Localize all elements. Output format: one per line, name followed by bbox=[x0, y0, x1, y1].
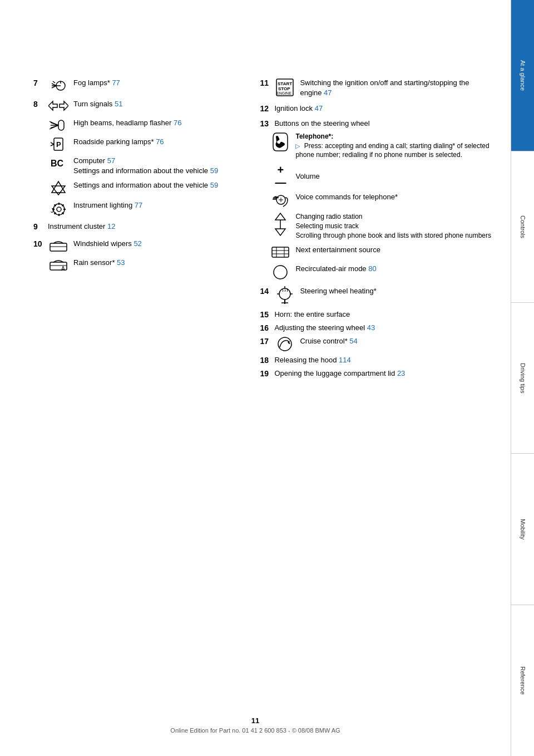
windshield-wipers-icon bbox=[48, 239, 69, 253]
sidebar-item-reference[interactable]: Reference bbox=[511, 605, 534, 756]
item-19-num: 19 bbox=[260, 369, 271, 378]
svg-marker-46 bbox=[275, 229, 285, 235]
right-column: 11 START STOP ENGINE Switching the ignit… bbox=[254, 78, 494, 384]
item-12-text: Ignition lock 47 bbox=[274, 104, 494, 114]
volume-text: Volume bbox=[295, 171, 494, 181]
rain-sensor-text: Rain sensor* 53 bbox=[73, 258, 243, 268]
windshield-wipers-text: Windshield wipers 52 bbox=[73, 239, 243, 249]
item-10-num: 10 bbox=[33, 239, 44, 248]
item-18-row: 18 Releasing the hood 114 bbox=[260, 355, 494, 365]
two-col-layout: 7 Fog lam bbox=[33, 78, 494, 384]
sidebar: At a glance Controls Driving tips Mobili… bbox=[511, 0, 534, 756]
item-9-row: 9 Instrument cluster 12 bbox=[33, 222, 243, 232]
rain-sensor-icon: A bbox=[48, 258, 69, 272]
svg-rect-33 bbox=[50, 243, 67, 251]
item-11-row: 11 START STOP ENGINE Switching the ignit… bbox=[260, 78, 494, 98]
telephone-icon bbox=[270, 132, 291, 152]
page-footer: 11 Online Edition for Part no. 01 41 2 6… bbox=[0, 716, 511, 734]
page-number: 11 bbox=[0, 716, 511, 725]
item-7-row: 7 Fog lam bbox=[33, 78, 243, 94]
svg-marker-8 bbox=[60, 101, 68, 110]
item-8-text: Turn signals 51 bbox=[73, 99, 243, 109]
item-15-text: Horn: the entire surface bbox=[274, 310, 494, 320]
item-8-num: 8 bbox=[33, 100, 44, 109]
radio-station-text: Changing radio stationSelecting music tr… bbox=[295, 212, 494, 240]
item-19-row: 19 Opening the luggage compartment lid 2… bbox=[260, 369, 494, 379]
item-15-row: 15 Horn: the entire surface bbox=[260, 310, 494, 320]
press-arrow-icon: ▷ bbox=[295, 143, 300, 149]
rain-sensor-row: A Rain sensor* 53 bbox=[48, 258, 243, 272]
instrument-lighting-row: J Instrument lighting 77 bbox=[48, 200, 243, 217]
recirculated-air-text: Recirculated-air mode 80 bbox=[295, 264, 494, 274]
item-9-num: 9 bbox=[33, 222, 44, 231]
parking-lamps-text: Roadside parking lamps* 76 bbox=[73, 137, 243, 147]
next-entertainment-row: Next entertainment source bbox=[270, 245, 494, 259]
svg-point-54 bbox=[279, 288, 290, 300]
recirculated-air-icon bbox=[270, 264, 291, 281]
voice-commands-icon bbox=[270, 192, 291, 208]
settings-triangle-icon bbox=[48, 180, 69, 196]
instrument-lighting-icon: J bbox=[48, 200, 69, 217]
sidebar-item-at-a-glance[interactable]: At a glance bbox=[511, 0, 534, 151]
item-14-text: Steering wheel heating* bbox=[300, 286, 494, 296]
item-14-row: 14 bbox=[260, 286, 494, 304]
svg-text:START: START bbox=[278, 81, 292, 86]
item-13-text: Buttons on the steering wheel bbox=[274, 119, 494, 129]
svg-line-13 bbox=[50, 121, 58, 125]
item-16-text: Adjusting the steering wheel 43 bbox=[274, 323, 494, 333]
svg-text:BC: BC bbox=[51, 159, 64, 168]
item-15-num: 15 bbox=[260, 310, 271, 319]
item-12-num: 12 bbox=[260, 104, 271, 113]
item-13-num: 13 bbox=[260, 119, 271, 128]
svg-text:STOP: STOP bbox=[278, 86, 290, 91]
turn-signals-icon bbox=[48, 99, 69, 112]
computer-bc-icon: BC bbox=[48, 156, 69, 170]
item-18-text: Releasing the hood 114 bbox=[274, 355, 494, 365]
item-18-num: 18 bbox=[260, 356, 271, 365]
instrument-lighting-text: Instrument lighting 77 bbox=[73, 200, 243, 210]
next-entertainment-icon bbox=[270, 245, 291, 259]
svg-rect-9 bbox=[58, 120, 64, 130]
parking-lamps-row: P Roadside parking lamps* 76 bbox=[48, 137, 243, 151]
telephone-text: Telephone*: ▷ Press: accepting and endin… bbox=[295, 132, 494, 160]
radio-station-row: Changing radio stationSelecting music tr… bbox=[270, 212, 494, 240]
sidebar-item-controls[interactable]: Controls bbox=[511, 151, 534, 303]
sidebar-item-driving-tips[interactable]: Driving tips bbox=[511, 303, 534, 454]
item-13-subitems: Telephone*: ▷ Press: accepting and endin… bbox=[270, 132, 494, 281]
item-17-text: Cruise control* 54 bbox=[300, 336, 494, 346]
voice-commands-row: Voice commands for telephone* bbox=[270, 192, 494, 208]
svg-marker-45 bbox=[275, 213, 285, 220]
svg-line-17 bbox=[51, 143, 54, 144]
footer-text: Online Edition for Part no. 01 41 2 600 … bbox=[0, 727, 511, 734]
settings-text: Settings and information about the vehic… bbox=[73, 180, 243, 190]
svg-line-18 bbox=[51, 144, 54, 146]
radio-station-icon bbox=[270, 212, 291, 237]
settings-row: Settings and information about the vehic… bbox=[48, 180, 243, 196]
item-7-text: Fog lamps* 77 bbox=[73, 78, 243, 88]
item-16-num: 16 bbox=[260, 323, 271, 332]
item-17-row: 17 Cruise control* 54 bbox=[260, 336, 494, 352]
parking-lamps-icon: P bbox=[48, 137, 69, 151]
svg-marker-21 bbox=[52, 186, 65, 195]
sidebar-item-mobility[interactable]: Mobility bbox=[511, 454, 534, 605]
high-beams-text: High beams, headlamp flasher 76 bbox=[73, 118, 243, 128]
item-16-row: 16 Adjusting the steering wheel 43 bbox=[260, 323, 494, 333]
volume-row: + — Volume bbox=[270, 164, 494, 189]
next-entertainment-text: Next entertainment source bbox=[295, 245, 494, 255]
svg-marker-7 bbox=[48, 101, 57, 110]
start-stop-engine-icon: START STOP ENGINE bbox=[274, 78, 295, 97]
recirculated-air-row: Recirculated-air mode 80 bbox=[270, 264, 494, 281]
item-11-num: 11 bbox=[260, 78, 271, 87]
page-container: 7 Fog lam bbox=[0, 0, 534, 756]
item-11-text: Switching the ignition on/off and starti… bbox=[300, 78, 494, 98]
windshield-wipers-row: Windshield wipers 52 bbox=[48, 239, 243, 253]
item-14-num: 14 bbox=[260, 287, 271, 296]
svg-point-31 bbox=[57, 207, 61, 212]
steering-wheel-heating-icon bbox=[274, 286, 295, 304]
item-8-row: 8 Turn signals 51 bbox=[33, 99, 243, 112]
computer-text: Computer 57 Settings and information abo… bbox=[73, 156, 243, 176]
item-17-num: 17 bbox=[260, 337, 271, 346]
computer-row: BC Computer 57 Settings and information … bbox=[48, 156, 243, 176]
svg-rect-48 bbox=[272, 247, 289, 257]
item-10-content: Windshield wipers 52 A bbox=[48, 239, 243, 277]
